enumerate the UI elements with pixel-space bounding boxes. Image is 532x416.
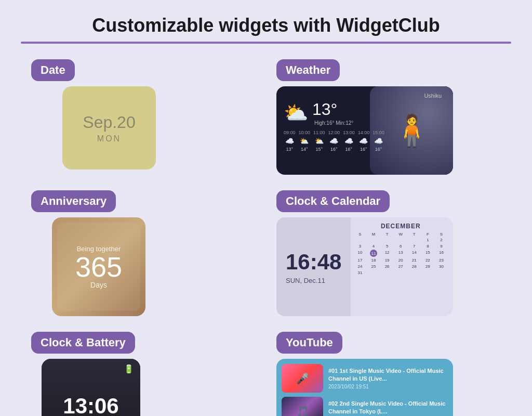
calendar-month: DECEMBER: [353, 223, 448, 230]
weather-location: Ushiku: [284, 93, 446, 99]
youtube-item-2: 🎵 #02 2nd Single Music Video - Official …: [282, 397, 448, 416]
youtube-item-1: 🎤 #01 1st Single Music Video - Official …: [282, 364, 448, 393]
youtube-widget: 🎤 #01 1st Single Music Video - Official …: [276, 359, 453, 416]
anniversary-section: Anniversary Being together 365 Days: [31, 190, 256, 316]
weather-temp-row: ⛅ 13° High:16° Min:12°: [284, 100, 446, 126]
youtube-info-1: #01 1st Single Music Video - Official Mu…: [328, 367, 448, 389]
weather-hour-4: 12:00 ☁️ 16°: [328, 130, 340, 152]
date-day: MON: [97, 134, 121, 144]
weather-label: Weather: [276, 59, 340, 81]
youtube-thumbnail-2: 🎵: [282, 397, 323, 416]
clock-battery-label: Clock & Battery: [31, 332, 135, 354]
weather-hour-6: 14:00 ☁️ 16°: [358, 130, 370, 152]
date-main: Sep.20: [83, 113, 135, 132]
youtube-label: YouTube: [276, 332, 342, 354]
weather-temp: 13°: [312, 100, 353, 119]
calendar-part: DECEMBER S M T W T F S 1 2 3: [351, 217, 453, 316]
clock-calendar-section: Clock & Calendar 16:48 SUN, Dec.11 DECEM…: [276, 190, 501, 316]
youtube-section: YouTube 🎤 #01 1st Single Music Video - O…: [276, 332, 501, 416]
weather-hour-7: 15:00 ☁️ 16°: [373, 130, 384, 152]
weather-cloud-icon: ⛅: [284, 101, 308, 124]
clock-battery-content: 13:06 SAT, Sep.24: [63, 394, 118, 417]
anniversary-unit: Days: [90, 281, 107, 289]
youtube-title-2: #02 2nd Single Music Video - Official Mu…: [328, 400, 448, 415]
weather-hour-5: 13:00 ☁️ 16°: [343, 130, 355, 152]
anniversary-number: 365: [75, 253, 122, 281]
clock-time: 16:48: [286, 250, 341, 275]
clock-battery-section: Clock & Battery 🔋 13:06 SAT, Sep.24: [31, 332, 256, 416]
clock-battery-time: 13:06: [63, 394, 118, 417]
youtube-info-2: #02 2nd Single Music Video - Official Mu…: [328, 400, 448, 416]
weather-section: Weather 🧍 Ushiku ⛅ 13° High:16° Min:12°: [276, 59, 501, 175]
widget-grid: Date Sep.20 MON Weather 🧍 Ushiku ⛅ 13° H…: [0, 59, 532, 416]
weather-widget: 🧍 Ushiku ⛅ 13° High:16° Min:12° 09:00: [276, 86, 453, 175]
clock-calendar-label: Clock & Calendar: [276, 190, 390, 212]
date-label: Date: [31, 59, 75, 81]
weather-hour-1: 09:00 ☁️ 13°: [284, 130, 296, 152]
clock-date: SUN, Dec.11: [286, 277, 341, 284]
weather-hourly: 09:00 ☁️ 13° 10:00 ⛅ 14° 11:00 ⛅ 15°: [284, 130, 446, 152]
clock-calendar-widget: 16:48 SUN, Dec.11 DECEMBER S M T W T F S: [276, 217, 453, 316]
date-section: Date Sep.20 MON: [31, 59, 256, 175]
weather-hour-3: 11:00 ⛅ 15°: [313, 130, 325, 152]
anniversary-text: Being together: [77, 245, 121, 253]
clock-battery-widget: 🔋 13:06 SAT, Sep.24: [42, 359, 140, 416]
anniversary-label: Anniversary: [31, 190, 116, 212]
youtube-date-1: 2023/10/02 19:51: [328, 384, 448, 389]
weather-high-low: High:16° Min:12°: [314, 120, 353, 126]
weather-hour-2: 10:00 ⛅ 14°: [299, 130, 311, 152]
weather-content: Ushiku ⛅ 13° High:16° Min:12° 09:00 ☁️ 1…: [284, 93, 446, 152]
title-divider: [21, 42, 511, 44]
page-title: Customizable widgets with WidgetClub: [0, 0, 532, 42]
anniversary-widget: Being together 365 Days: [52, 217, 145, 316]
youtube-title-1: #01 1st Single Music Video - Official Mu…: [328, 367, 448, 382]
battery-icon: 🔋: [124, 364, 134, 374]
youtube-thumbnail-1: 🎤: [282, 364, 323, 393]
calendar-today: 11: [370, 250, 377, 257]
date-widget: Sep.20 MON: [62, 86, 156, 170]
calendar-grid: S M T W T F S 1 2 3 4 5 6: [353, 232, 448, 276]
clock-part: 16:48 SUN, Dec.11: [276, 217, 351, 316]
